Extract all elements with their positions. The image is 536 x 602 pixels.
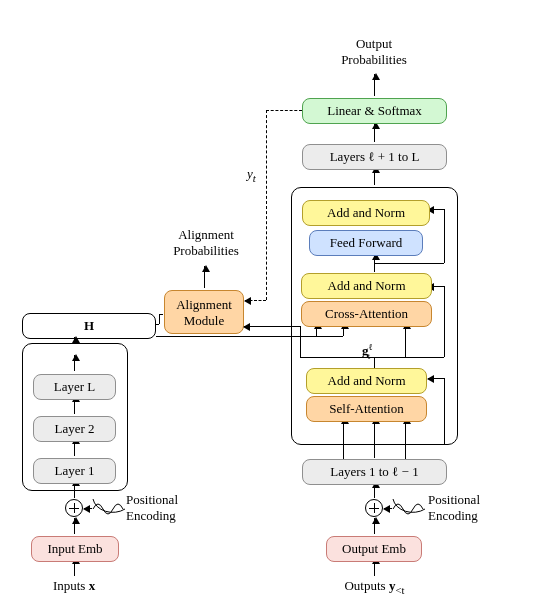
residual-sa-h-bot	[405, 444, 444, 445]
g-sub: t	[368, 351, 371, 361]
encoder-layer-1: Layer 1	[33, 458, 116, 484]
output-prob-bot: Probabilities	[341, 52, 407, 67]
add-norm-2-box: Add and Norm	[301, 273, 432, 299]
alignment-prob-bot: Probabilities	[173, 243, 239, 258]
h-after-an1	[300, 357, 444, 358]
g-label: gℓt	[362, 342, 370, 361]
pos-enc-dec-top: Positional	[428, 492, 480, 507]
residual-sa-h-top	[428, 378, 444, 379]
add-norm-3-box: Add and Norm	[302, 200, 430, 226]
h-left-to-align	[245, 326, 300, 327]
linear-softmax-label: Linear & Softmax	[327, 103, 422, 118]
encoder-layer-1-label: Layer 1	[54, 463, 94, 478]
residual-ff-h-bot	[374, 263, 444, 264]
arrow-align-out	[204, 266, 205, 288]
residual-ff-h-top	[428, 209, 444, 210]
encoder-bottom-label-text: Inputs	[53, 578, 89, 593]
decoder-bottom-sub: <t	[395, 584, 404, 596]
residual-ca-v	[444, 286, 445, 357]
arrow-wave-to-oplus-enc	[84, 508, 92, 509]
alignment-prob-label: Alignment Probabilities	[156, 227, 256, 259]
arrow-emb-to-oplus-enc	[74, 518, 75, 534]
output-prob-top: Output	[356, 36, 392, 51]
arrow-to-h	[74, 337, 75, 342]
arrow-emb-to-oplus-dec	[374, 518, 375, 534]
oplus-encoder	[65, 499, 83, 517]
encoder-layer-L-label: Layer L	[54, 379, 96, 394]
alignment-module-box: Alignment Module	[164, 290, 244, 334]
output-prob-label: Output Probabilities	[318, 36, 430, 68]
layers-lo-label: Layers 1 to ℓ − 1	[330, 464, 418, 479]
hseg-h-into-align	[159, 314, 163, 315]
encoder-bottom-label-x: x	[89, 578, 96, 593]
encoder-layer-L: Layer L	[33, 374, 116, 400]
oplus-decoder	[365, 499, 383, 517]
feed-forward-box: Feed Forward	[309, 230, 423, 256]
h-ca-kv	[316, 336, 343, 337]
sin-wave-icon-encoder	[92, 498, 126, 520]
pos-enc-dec-bot: Encoding	[428, 508, 478, 523]
output-emb-box: Output Emb	[326, 536, 422, 562]
v-left-from-an1	[300, 326, 301, 357]
arrowhead-into-align-right	[244, 326, 245, 327]
pos-enc-enc-bot: Encoding	[126, 508, 176, 523]
dash-into-align	[245, 300, 266, 301]
h-h-to-ca-1	[156, 336, 343, 337]
add-norm-1-label: Add and Norm	[328, 373, 406, 388]
alignment-module-bot: Module	[184, 313, 224, 328]
vseg-h-turn	[159, 314, 160, 324]
arr-to-linear	[374, 123, 375, 142]
y-t-sub: t	[253, 172, 256, 184]
layers-hi-label: Layers ℓ + 1 to L	[330, 149, 420, 164]
feed-forward-label: Feed Forward	[330, 235, 403, 250]
encoder-output-h: H	[22, 313, 156, 339]
dash-from-softmax-h	[266, 110, 302, 111]
hseg-h-out	[156, 324, 159, 325]
encoder-layer-2-label: Layer 2	[54, 421, 94, 436]
add-norm-3-label: Add and Norm	[327, 205, 405, 220]
arr-ca-q	[405, 323, 406, 357]
input-emb-label: Input Emb	[47, 541, 102, 556]
cross-attention-box: Cross-Attention	[301, 301, 432, 327]
encoder-output-h-label: H	[84, 318, 94, 333]
encoder-bottom-label: Inputs x	[24, 578, 124, 594]
arrow-wave-to-oplus-dec	[384, 508, 392, 509]
decoder-bottom-text: Outputs	[344, 578, 388, 593]
add-norm-1-box: Add and Norm	[306, 368, 427, 394]
self-attention-box: Self-Attention	[306, 396, 427, 422]
cross-attention-label: Cross-Attention	[325, 306, 408, 321]
input-emb-box: Input Emb	[31, 536, 119, 562]
alignment-module-top: Alignment	[176, 297, 232, 312]
alignment-prob-top: Alignment	[178, 227, 234, 242]
arrow-ll-top	[74, 355, 75, 371]
pos-enc-enc-top: Positional	[126, 492, 178, 507]
add-norm-2-label: Add and Norm	[328, 278, 406, 293]
layers-hi-box: Layers ℓ + 1 to L	[302, 144, 447, 170]
output-emb-label: Output Emb	[342, 541, 406, 556]
v-in-sa-1	[343, 444, 344, 459]
arr-in-sa-2	[374, 418, 375, 458]
encoder-layer-2: Layer 2	[33, 416, 116, 442]
y-t-label: yt	[247, 166, 256, 184]
decoder-bottom-label: Outputs y<t	[302, 578, 447, 596]
pos-enc-label-enc: Positional Encoding	[126, 492, 206, 524]
pos-enc-label-dec: Positional Encoding	[428, 492, 508, 524]
residual-sa-v	[444, 378, 445, 444]
self-attention-label: Self-Attention	[329, 401, 403, 416]
arr-to-output	[374, 74, 375, 96]
dash-from-softmax-v	[266, 110, 267, 300]
v-after-an1	[374, 357, 375, 368]
linear-softmax-box: Linear & Softmax	[302, 98, 447, 124]
residual-ff-v	[444, 209, 445, 263]
v-in-sa-3	[405, 444, 406, 459]
sin-wave-icon-decoder	[392, 498, 426, 520]
h-in-sa-split	[343, 444, 405, 445]
layers-lo-box: Layers 1 to ℓ − 1	[302, 459, 447, 485]
